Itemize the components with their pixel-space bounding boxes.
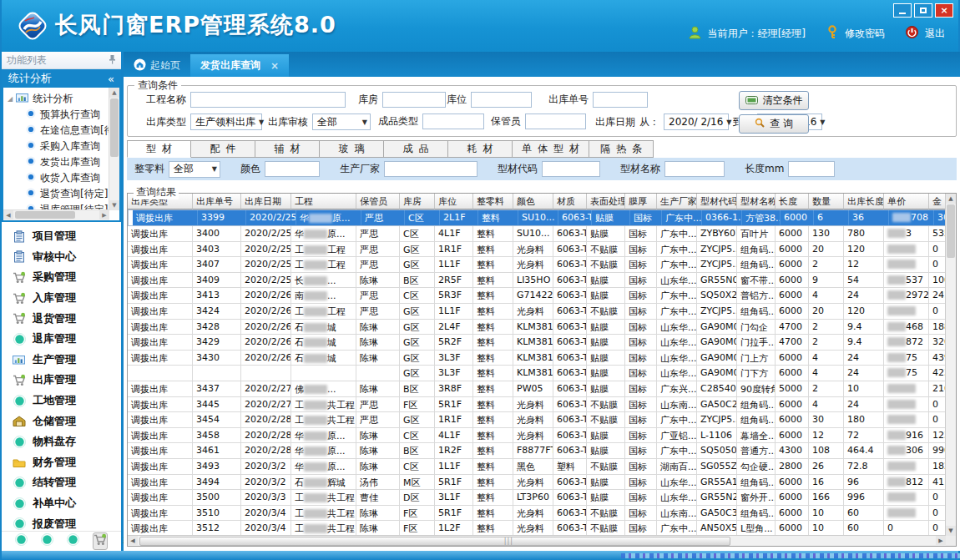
sidebar-module-生产管理[interactable]: 生产管理 — [2, 350, 121, 371]
sidebar-module-结转管理[interactable]: 结转管理 — [2, 472, 121, 493]
sidebar-module-补单中心[interactable]: 补单中心 — [2, 493, 121, 514]
table-row[interactable]: 调拨出库34542020/2/28工共工程严思G区1R1F整料光身料6063-T… — [128, 412, 946, 428]
table-row[interactable]: 调拨出库34292020/2/26石城陈琳G区5R2F整料KLM38176063… — [128, 335, 946, 351]
table-row[interactable]: 调拨出库34452020/2/27工共工程严思F区5R1F整料光身料6063-T… — [128, 397, 946, 413]
table-row[interactable]: 调拨出库34302020/2/26石城陈琳G区3L3F整料KLM38176063… — [128, 351, 946, 366]
grid-vertical-scrollbar[interactable]: ▲ ▼ — [945, 194, 956, 536]
project-name-input[interactable] — [190, 92, 346, 108]
clear-conditions-button[interactable]: 清空条件 — [739, 91, 809, 110]
material-tab-隔热条[interactable]: 隔热条 — [589, 140, 654, 158]
scroll-right-icon[interactable]: ▶ — [936, 536, 946, 545]
column-header-表面处理[interactable]: 表面处理 — [587, 194, 625, 209]
material-tab-单体型材[interactable]: 单体型材 — [513, 140, 589, 158]
sidebar-module-报废管理[interactable]: 报废管理 — [2, 513, 121, 531]
cart-button[interactable] — [93, 532, 108, 550]
table-row[interactable]: 调拨出库35102020/3/4工共工程陈琳F区5R1F整料光身料6063-T5… — [128, 506, 946, 522]
column-header-颜色[interactable]: 颜色 — [513, 194, 553, 209]
table-row[interactable]: 调拨出库34582020/2/28华原...陈琳C区4L1F整料光身料6063-… — [128, 428, 946, 444]
column-header-出库单号[interactable]: 出库单号 — [193, 194, 241, 209]
scroll-down-icon[interactable]: ▼ — [946, 526, 956, 536]
table-row[interactable]: 调拨出库34002020/2/25华原...严思C区4L1F整料SU10...6… — [128, 226, 946, 242]
out-type-select[interactable]: 生产领料出库▼ — [190, 114, 262, 130]
scrollbar-thumb[interactable] — [110, 98, 119, 157]
scrollbar-thumb[interactable] — [15, 211, 75, 219]
column-header-出库日期[interactable]: 出库日期 — [241, 194, 291, 209]
length-input[interactable] — [788, 161, 835, 177]
table-row[interactable]: 调拨出库34132020/2/26南...严思C区5R3F整料G71422606… — [128, 288, 946, 304]
table-row[interactable]: 调拨出库35122020/3/4工共工程陈琳F区1L2F整料光身料6063-T5… — [128, 521, 946, 536]
tab-发货出库查询[interactable]: 发货出库查询× — [190, 54, 289, 77]
column-header-数量[interactable]: 数量 — [809, 194, 844, 209]
tab-起始页[interactable]: 起始页 — [124, 54, 190, 77]
pin-icon[interactable] — [109, 54, 116, 67]
material-tab-玻璃[interactable]: 玻璃 — [320, 140, 384, 158]
table-row[interactable]: 调拨出库34612020/2/28华原...陈琳B区1R2F整料F8877FT6… — [128, 443, 946, 459]
column-header-库房[interactable]: 库房 — [400, 194, 435, 209]
whole-scrap-select[interactable]: 全部▼ — [169, 161, 220, 178]
column-header-型材代码[interactable]: 型材代码 — [697, 194, 737, 209]
column-header-工程[interactable]: 工程 — [291, 194, 356, 209]
out-audit-select[interactable]: 全部▼ — [312, 114, 371, 130]
change-password-link[interactable]: 修改密码 — [845, 27, 885, 41]
column-header-整零料[interactable]: 整零料 — [473, 194, 513, 209]
column-header-长度[interactable]: 长度 — [776, 194, 809, 209]
maximize-button[interactable] — [914, 3, 932, 18]
column-header-出库长度[interactable]: 出库长度 — [844, 194, 884, 209]
collapse-icon[interactable]: « — [108, 73, 114, 85]
sidebar-module-工地管理[interactable]: 工地管理 — [2, 391, 121, 411]
table-row[interactable]: 调拨出库35002020/3/3工共工程曹佳D区3L1F整料LT3P606063… — [128, 490, 946, 506]
tree-expander-icon[interactable]: ◢ — [8, 95, 13, 103]
dot-icon[interactable] — [67, 533, 79, 549]
search-button[interactable]: 查 询 — [739, 114, 809, 134]
table-row[interactable]: 调拨出库34072020/2/25工工程严思G区1L1F整料光身料6063-T5… — [128, 257, 946, 273]
scroll-left-icon[interactable]: ◀ — [128, 536, 138, 545]
tree-item-退库管理[待定][interactable]: 退库管理[待定] — [5, 202, 109, 209]
scrollbar-thumb[interactable] — [947, 204, 955, 258]
minimize-button[interactable] — [893, 3, 912, 18]
color-input[interactable] — [265, 161, 320, 177]
table-row[interactable]: 调拨出库34032020/2/25工工程严思G区1R1F整料光身料6063-T5… — [128, 242, 946, 258]
tree-item-在途信息查询[待[interactable]: 在途信息查询[待 — [5, 123, 109, 139]
scroll-up-icon[interactable]: ▲ — [109, 88, 119, 98]
column-header-材质[interactable]: 材质 — [553, 194, 587, 209]
sidebar-module-出库管理[interactable]: 出库管理 — [2, 370, 121, 391]
column-header-库位[interactable]: 库位 — [435, 194, 473, 209]
product-type-input[interactable] — [422, 114, 484, 129]
tree-item-预算执行查询[interactable]: 预算执行查询 — [5, 107, 109, 123]
table-row[interactable]: 调拨出库34942020/3/2石辉城汤伟M区5R1F整料光身料6063-T5贴… — [128, 475, 946, 491]
column-header-生产厂家[interactable]: 生产厂家 — [657, 194, 697, 209]
column-header-保管员[interactable]: 保管员 — [356, 194, 400, 209]
table-row[interactable]: 调拨出库33992020/2/25华原...严思C区2L1F整料SU10...6… — [128, 209, 946, 226]
tree-item-采购入库查询[interactable]: 采购入库查询 — [5, 139, 109, 154]
material-tab-型材[interactable]: 型材 — [127, 140, 191, 158]
warehouse-input[interactable] — [382, 92, 446, 108]
logout-link[interactable]: 退出 — [925, 27, 945, 41]
sidebar-module-项目管理[interactable]: 项目管理 — [2, 226, 121, 247]
date-from-select[interactable]: 2020/ 2/16▼ — [664, 114, 729, 130]
close-button[interactable]: × — [935, 3, 953, 18]
tree-horizontal-scrollbar[interactable]: ◀ ▶ — [3, 209, 109, 220]
column-header-单价[interactable]: 单价 — [884, 194, 929, 209]
keeper-input[interactable] — [525, 114, 586, 129]
manufacturer-input[interactable] — [384, 161, 477, 177]
sidebar-module-退货管理[interactable]: 退货管理 — [2, 308, 121, 329]
order-no-input[interactable] — [593, 92, 648, 108]
scroll-down-icon[interactable]: ▼ — [109, 200, 119, 210]
table-row[interactable]: 调拨出库34282020/2/26石城陈琳G区2L4F整料KLM38176063… — [128, 320, 946, 335]
table-row[interactable]: 调拨出库34932020/3/2华原...陈琳C区1L1F整料黑色塑料不贴膜国标… — [128, 459, 946, 475]
material-tab-辅材[interactable]: 辅材 — [255, 140, 320, 158]
sidebar-module-入库管理[interactable]: 入库管理 — [2, 288, 121, 309]
tree-root-statistics[interactable]: ◢统计分析 — [5, 90, 109, 107]
tree-item-发货出库查询[interactable]: 发货出库查询 — [5, 154, 109, 170]
material-tab-配件[interactable]: 配件 — [191, 140, 255, 158]
tree-item-退货查询[待定][interactable]: 退货查询[待定] — [5, 186, 109, 202]
table-row[interactable]: 调拨出库34242020/2/26工工程严思G区1L1F整料光身料6063-T5… — [128, 304, 946, 320]
table-row[interactable]: 调拨出库34092020/2/25长...陈琳B区2R5F整料LI35HO606… — [128, 273, 946, 289]
sidebar-module-退库管理[interactable]: 退库管理 — [2, 329, 121, 350]
profile-name-input[interactable] — [664, 161, 725, 177]
dot-icon[interactable] — [41, 533, 53, 549]
scroll-up-icon[interactable]: ▲ — [946, 194, 956, 204]
material-tab-耗材[interactable]: 耗材 — [448, 140, 513, 158]
material-tab-成品[interactable]: 成品 — [384, 140, 448, 158]
tree-item-收货入库查询[interactable]: 收货入库查询 — [5, 170, 109, 186]
